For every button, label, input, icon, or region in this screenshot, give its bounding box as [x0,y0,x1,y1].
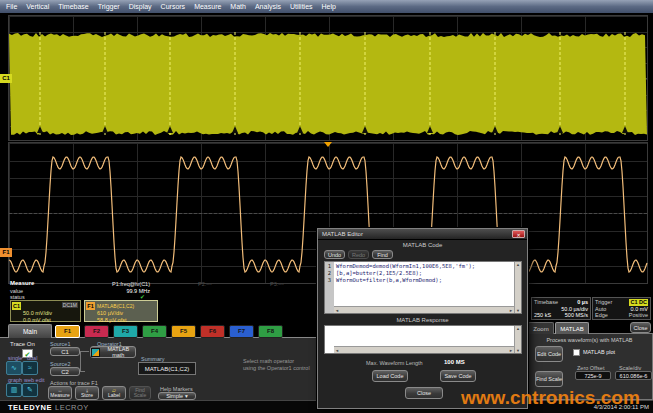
editor-hscrollbar[interactable]: ◄ ► [334,306,514,313]
menu-help[interactable]: Help [322,3,336,10]
c1-trace-marker[interactable]: C1 [0,74,12,83]
action-findscale-button: Find Scale [129,386,151,400]
action-label-button[interactable]: ▱ Label [102,386,126,400]
find-button[interactable]: Find [372,250,393,259]
menu-cursors[interactable]: Cursors [161,3,186,10]
scroll-left-icon[interactable]: ◄ [335,308,339,313]
source-connector-h2 [80,371,85,372]
scroll-right-icon[interactable]: ► [509,348,513,353]
tab-f3[interactable]: F3 [113,325,138,338]
tab-f4[interactable]: F4 [142,325,167,338]
save-code-button[interactable]: Save Code [440,370,476,382]
trigger-slope: Positive [629,312,648,319]
matlab-plot-checkbox[interactable] [573,349,580,356]
action-measure-button[interactable]: ↔ Measure [48,386,72,400]
trigger-position-marker[interactable] [324,142,332,147]
matlab-editor-dialog: MATLAB Editor ✕ MATLAB Code Undo Redo Fi… [317,228,528,409]
timebase-summary-box[interactable]: Timebase0 µs 50.0 µs/div 250 kS500 MS/s [531,297,591,320]
summary-value: MATLAB(C1,C2) [145,366,190,372]
help-markers-select[interactable]: Simple ▾ [158,392,196,400]
menu-measure[interactable]: Measure [194,3,221,10]
action-store-button[interactable]: ⤓ Store [75,386,99,400]
tab-matlab[interactable]: MATLAB [555,322,589,334]
dialog-titlebar[interactable]: MATLAB Editor ✕ [318,229,527,240]
matlab-panel-title: Process waveform(s) with MATLAB [527,337,652,343]
oscilloscope-screen: File Vertical Timebase Trigger Display C… [0,0,653,413]
mode-graph-button[interactable]: ▥ [6,383,22,397]
f1-descriptor-box[interactable]: F1 MATLAB(C1,C2) 610 µV/div 58.8 µV ofst [84,300,158,322]
scroll-up-icon[interactable]: ▲ [516,326,520,331]
dropdown-arrow-icon: ▾ [185,393,188,399]
c1-descriptor-box[interactable]: C1 DC1M 50.0 mV/div 0.0 mV ofst [10,300,81,322]
tab-f7[interactable]: F7 [229,325,254,338]
menu-trigger[interactable]: Trigger [98,3,120,10]
dialog-close-label: Close [417,390,431,396]
watermark: www.cntronics.com [461,387,640,409]
tab-f5[interactable]: F5 [171,325,196,338]
dialog-close-button[interactable]: Close [405,387,443,399]
operator1-button[interactable]: MATLAB math [90,346,136,358]
p3-label[interactable]: P3:--- [270,281,284,287]
edit-code-button[interactable]: Edit Code [535,346,563,362]
menu-math[interactable]: Math [230,3,246,10]
mode-single-button[interactable]: ∿ [6,361,22,375]
menu-display[interactable]: Display [129,3,152,10]
measure-title: Measure [10,280,34,287]
source1-value: C1 [61,349,69,355]
scroll-down-icon[interactable]: ▼ [516,308,520,313]
scalediv-field[interactable]: 610.086e-6 [615,371,652,380]
matlab-plot-label: MATLAB plot [583,349,615,355]
source-connector-h1 [80,351,89,352]
code-editor[interactable]: 123 WformDemod=demod(WformIn1,100E6,5E8,… [324,261,522,314]
panel-close-button[interactable]: Close [630,322,651,333]
response-hscrollbar[interactable]: ◄ ► [334,346,514,353]
tab-f2[interactable]: F2 [84,325,109,338]
f1-badge: F1 [86,302,95,310]
scroll-left-icon[interactable]: ◄ [335,348,339,353]
response-vscrollbar[interactable]: ▲ ▼ [514,326,521,353]
tab-f6[interactable]: F6 [200,325,225,338]
trace-on-label: Trace On [10,341,35,348]
f1-trace-marker[interactable]: F1 [0,248,12,257]
load-code-button[interactable]: Load Code [372,370,408,382]
c1-scale: 50.0 mV/div [23,310,52,316]
zero-offset-value: 725e-9 [584,373,601,379]
dialog-close-icon[interactable]: ✕ [512,230,525,238]
menu-file[interactable]: File [6,3,17,10]
source1-select[interactable]: C1 [50,347,80,356]
find-label: Find [377,252,388,258]
editor-vscrollbar[interactable]: ▲ ▼ [514,262,521,313]
source2-select[interactable]: C2 [50,367,80,376]
find-scale-button[interactable]: Find Scale [535,371,563,387]
panel-close-label: Close [633,325,647,331]
p1-label[interactable]: P1:freq@lv(C1) [86,281,150,287]
timebase-title: Timebase [534,299,558,306]
mode-dual-button[interactable]: ≈ [22,361,38,375]
menu-vertical[interactable]: Vertical [26,3,49,10]
code-line: [b,a]=butter(2,1E5/2.5E8); [336,270,513,277]
scroll-right-icon[interactable]: ► [509,308,513,313]
undo-button[interactable]: Undo [324,250,345,259]
tab-zoom[interactable]: Zoom [528,322,554,334]
trigger-summary-box[interactable]: TriggerC1 DC Auto0.0 mV EdgePositive [592,297,651,320]
menu-utilities[interactable]: Utilities [290,3,313,10]
line-number-gutter: 123 [325,262,334,313]
tab-f8[interactable]: F8 [258,325,283,338]
menu-timebase[interactable]: Timebase [58,3,88,10]
scroll-down-icon[interactable]: ▼ [516,348,520,353]
brand-lecroy: LECROY [55,403,89,412]
p2-label[interactable]: P2:--- [198,281,212,287]
mode-web-edit-button[interactable]: ✎ [22,383,38,397]
scroll-up-icon[interactable]: ▲ [516,262,520,267]
matlab-response-header: MATLAB Response [318,317,527,323]
c1-coupling: DC1M [62,302,78,308]
dialog-title: MATLAB Editor [322,231,363,237]
menu-analysis[interactable]: Analysis [255,3,281,10]
tab-f1[interactable]: F1 [55,325,80,338]
action-store-label: Store [81,393,93,398]
menu-bar: File Vertical Timebase Trigger Display C… [0,0,653,13]
brand-teledyne: TELEDYNE [8,403,52,412]
tab-main[interactable]: Main [8,324,52,338]
source-connector [80,351,81,371]
zero-offset-field[interactable]: 725e-9 [575,371,611,380]
